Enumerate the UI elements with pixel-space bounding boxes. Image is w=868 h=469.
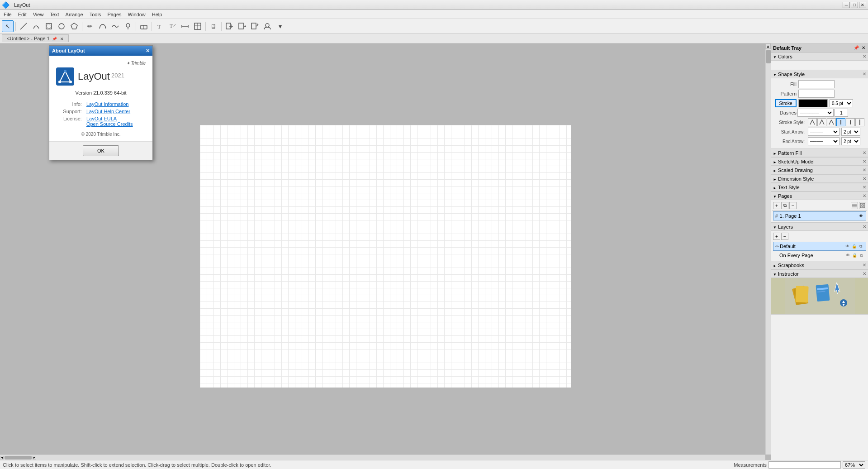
support-label: Support: xyxy=(57,108,85,115)
info-link[interactable]: LayOut Information xyxy=(86,101,129,107)
dialog-logo-area: LayOut 2021 xyxy=(56,67,146,86)
license-link[interactable]: LayOut EULA xyxy=(86,116,117,121)
support-link[interactable]: LayOut Help Center xyxy=(86,109,130,114)
ok-button[interactable]: OK xyxy=(83,145,119,156)
svg-point-52 xyxy=(58,81,61,83)
dialog-product-name: LayOut xyxy=(78,71,110,82)
dialog-version-text: Version 21.0.339 64-bit xyxy=(56,90,146,96)
dialog-content: ✦ Trimble LayOut 2021 Version 21.0.339 xyxy=(49,56,152,141)
svg-point-53 xyxy=(69,81,72,83)
svg-point-51 xyxy=(64,70,66,72)
about-dialog: About LayOut ✕ ✦ Trimble LayOut xyxy=(49,45,153,160)
dialog-title-bar: About LayOut ✕ xyxy=(49,46,152,56)
dialog-logo-text-area: LayOut 2021 xyxy=(78,71,124,82)
trimble-logo: ✦ Trimble xyxy=(126,61,146,66)
license-label: License: xyxy=(57,115,85,127)
trimble-logo-area: ✦ Trimble xyxy=(56,60,146,66)
dialog-overlay: About LayOut ✕ ✦ Trimble LayOut xyxy=(0,0,868,469)
info-label: Info: xyxy=(57,101,85,107)
layout-logo-icon xyxy=(56,67,74,86)
credits-link[interactable]: Open Source Credits xyxy=(86,121,133,127)
dialog-year: 2021 xyxy=(111,72,124,79)
dialog-close-icon[interactable]: ✕ xyxy=(146,48,150,54)
info-row: Info: LayOut Information xyxy=(57,101,145,107)
dialog-info-table: Info: LayOut Information Support: LayOut… xyxy=(56,100,146,128)
dialog-footer: OK xyxy=(49,141,152,160)
dialog-title: About LayOut xyxy=(52,48,85,53)
license-row: License: LayOut EULA Open Source Credits xyxy=(57,115,145,127)
dialog-copyright: © 2020 Trimble Inc. xyxy=(56,132,146,137)
support-row: Support: LayOut Help Center xyxy=(57,108,145,115)
